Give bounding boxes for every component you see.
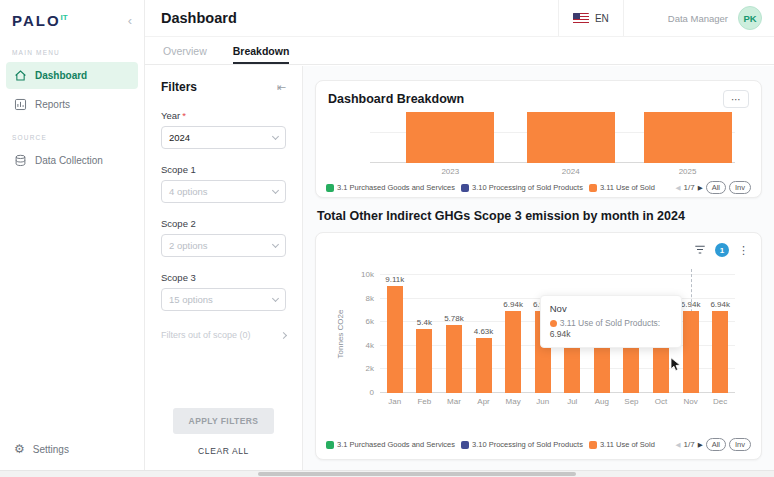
year-bar-2023[interactable] [406,112,494,163]
bar-Mar[interactable] [446,325,462,393]
field-label: Scope 1 [161,164,196,175]
apply-filters-button[interactable]: APPLY FILTERS [173,408,275,434]
content-area: Dashboard Breakdown ⋯ 020k202320242025 3… [303,66,774,470]
field-label: Year [161,110,180,121]
x-tick-label: Nov [676,397,706,406]
legend-item[interactable]: 3.11 Use of Sold [589,183,655,192]
legend-swatch [461,184,469,192]
monthly-chart-card: 1 ⋮ Tonnes CO2e 02k4k6k8k10k9.11kJan5.4k… [315,232,762,460]
sidebar-item-label: Settings [33,444,69,455]
avatar[interactable]: PK [738,6,762,30]
dashboard-breakdown-card: Dashboard Breakdown ⋯ 020k202320242025 3… [315,80,762,198]
scope3-select[interactable]: 15 options [161,288,286,311]
tooltip-row: 3.11 Use of Sold Products: 6.94k [550,318,672,340]
home-icon [14,69,27,82]
bar-value-label: 6.94k [497,300,529,309]
year-select[interactable]: 2024 [161,126,286,149]
year-bar-2024[interactable] [527,112,615,163]
bar-Dec[interactable] [712,311,728,393]
tooltip-series-dot [550,320,557,327]
legend-next-icon[interactable]: ▶ [698,184,703,192]
legend-item[interactable]: 3.10 Processing of Sold Products [461,183,583,192]
sidebar-item-label: Dashboard [35,70,87,81]
kebab-menu-icon[interactable]: ⋮ [738,245,749,256]
clear-all-button[interactable]: CLEAR ALL [198,446,249,456]
legend-prev-icon[interactable]: ◀ [676,184,681,192]
more-options-button[interactable]: ⋯ [723,90,749,108]
scope1-select[interactable]: 4 options [161,180,286,203]
filter-funnel-icon[interactable] [694,244,706,256]
bar-Jan[interactable] [387,286,403,393]
legend-all-button[interactable]: All [706,181,726,194]
sidebar-section-source: SOURCE [0,134,144,141]
us-flag-icon [573,13,589,24]
tooltip-title: Nov [550,303,672,314]
sidebar-item-settings[interactable]: ⚙ Settings [6,436,138,462]
yearly-chart-plot: 020k202320242025 [370,112,735,176]
x-tick-label: Mar [439,397,469,406]
sidebar-collapse-icon[interactable]: ‹ [128,14,132,27]
y-tick-label: 10k [350,270,374,279]
legend-page: 1/7 [684,183,695,192]
x-tick-label: Jan [380,397,410,406]
legend-swatch [326,441,334,449]
palo-it-logo: PALOIT [12,12,68,29]
chart-tooltip: Nov 3.11 Use of Sold Products: 6.94k [540,295,682,348]
gridline [380,274,735,275]
legend-prev-icon[interactable]: ◀ [676,441,681,449]
filter-count-badge: 1 [715,243,729,257]
sidebar-item-data-collection[interactable]: Data Collection [6,147,138,174]
chevron-down-icon [272,132,279,139]
y-tick-label: 0 [350,388,374,397]
legend-inv-button[interactable]: Inv [729,438,751,451]
filters-out-of-scope-link[interactable]: Filters out of scope (0) [161,330,286,340]
panel-collapse-icon[interactable]: ⇤ [277,81,286,94]
page-title: Dashboard [161,10,237,26]
chart-legend: 3.1 Purchased Goods and Services 3.10 Pr… [316,176,761,194]
tab-breakdown[interactable]: Breakdown [233,45,290,64]
x-tick-label: Apr [469,397,499,406]
horizontal-scrollbar-thumb[interactable] [258,472,576,476]
out-of-scope-label: Filters out of scope (0) [161,330,251,340]
legend-item[interactable]: 3.11 Use of Sold [589,440,655,449]
tabs: Overview Breakdown [145,37,774,65]
x-tick-label: 2023 [430,167,470,176]
chevron-down-icon [272,186,279,193]
tooltip-series-label: 3.11 Use of Sold Products: [560,318,660,328]
monthly-chart: Tonnes CO2e 02k4k6k8k10k9.11kJan5.4kFeb5… [380,275,735,393]
bar-value-label: 5.78k [438,314,470,323]
legend-item[interactable]: 3.10 Processing of Sold Products [461,440,583,449]
filter-field-year: Year* 2024 [161,110,286,149]
x-tick-label: 2024 [551,167,591,176]
filters-title: Filters [161,80,197,94]
select-value: 15 options [169,294,213,305]
sidebar-item-reports[interactable]: Reports [6,91,138,118]
bar-Feb[interactable] [416,329,432,393]
y-axis-title: Tonnes CO2e [336,310,345,359]
scope2-select[interactable]: 2 options [161,234,286,257]
top-header: Dashboard EN Data Manager PK [145,0,774,37]
legend-item[interactable]: 3.1 Purchased Goods and Services [326,440,455,449]
legend-next-icon[interactable]: ▶ [698,441,703,449]
year-bar-2025[interactable] [644,112,732,163]
legend-all-button[interactable]: All [706,438,726,451]
legend-inv-button[interactable]: Inv [729,181,751,194]
filters-panel: Filters ⇤ Year* 2024 Scope 1 4 options S… [145,66,303,470]
bar-value-label: 6.94k [704,300,736,309]
tab-overview[interactable]: Overview [163,45,207,64]
sidebar-item-dashboard[interactable]: Dashboard [6,62,138,89]
bar-Nov[interactable] [683,311,699,393]
section-title: Total Other Indirect GHGs Scope 3 emissi… [317,209,760,223]
x-tick-label: Sep [616,397,646,406]
bar-Apr[interactable] [476,338,492,393]
select-value: 2024 [169,132,190,143]
legend-page: 1/7 [684,440,695,449]
legend-item[interactable]: 3.1 Purchased Goods and Services [326,183,455,192]
x-tick-label: Feb [409,397,439,406]
chevron-down-icon [272,294,279,301]
filter-field-scope3: Scope 3 15 options [161,272,286,311]
legend-label: 3.11 Use of Sold [600,440,655,449]
language-selector[interactable]: EN [558,0,624,36]
legend-label: 3.1 Purchased Goods and Services [337,440,455,449]
bar-May[interactable] [505,311,521,393]
